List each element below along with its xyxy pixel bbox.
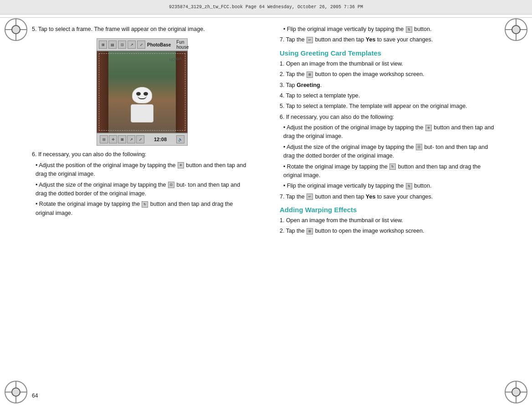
photo-container: ⊞ ▤ ⊡ ↗ ⤢ PhotoBase Fun house NOKIA	[32, 38, 252, 146]
warp-step-1: 1. Open an image from the thumbnail or l…	[280, 216, 500, 225]
left-column: 5. Tap to select a frame. The frame will…	[32, 18, 257, 238]
bottom-icon-1: ⊟	[100, 135, 108, 143]
step-7-right: 7. Tap the ↩ button and then tap Yes to …	[280, 36, 500, 44]
gc-bullet-1: • Adjust the position of the original im…	[280, 123, 500, 141]
gc-step-2: 2. Tap the ⊞ button to open the image wo…	[280, 70, 500, 79]
two-column-layout: 5. Tap to select a frame. The frame will…	[0, 18, 532, 238]
funhouse-label: Fun house	[176, 40, 189, 50]
bottom-icon-3: ⊠	[118, 135, 126, 143]
bullet-flip-right: • Flip the original image vertically by …	[280, 25, 500, 34]
pos-icon-gc: ✛	[425, 125, 432, 131]
section-greeting-heading: Using Greeting Card Templates	[280, 49, 500, 57]
toolbar-bottom: ⊟ ✛ ⊠ ↗ ⤢ 12:08 🔊	[97, 133, 188, 146]
header-text: 9235874_3129_zh_tw_FCC.book Page 64 Wedn…	[169, 5, 363, 10]
back-icon-gc: ↩	[307, 194, 313, 200]
bullet-2-left: • Adjust the size of the original image …	[32, 181, 252, 199]
main-image: NOKIA	[97, 51, 188, 133]
size-icon: ⊡	[168, 182, 174, 188]
toolbar-icon-1: ⊞	[99, 41, 107, 49]
bottom-icon-5: ⤢	[136, 135, 144, 143]
toolbar-icons-bottom: ⊟ ✛ ⊠ ↗ ⤢	[100, 135, 144, 143]
toolbar-icon-5: ⤢	[137, 41, 145, 49]
back-icon: ↩	[307, 37, 313, 43]
gc-bullet-2: • Adjust the size of the original image …	[280, 143, 500, 161]
right-column: • Flip the original image vertically by …	[275, 18, 500, 238]
corner-mark-tr	[505, 18, 527, 41]
bullet-1-left: • Adjust the position of the original im…	[32, 161, 252, 179]
flip-icon-r: ⇅	[406, 26, 412, 33]
gc-step-7: 7. Tap the ↩ button and then tap Yes to …	[280, 193, 500, 201]
bullet-3-left: • Rotate the original image by tapping t…	[32, 200, 252, 218]
toolbar-icons-top: ⊞ ▤ ⊡ ↗ ⤢	[99, 41, 145, 49]
workshop-icon-warp: ⊞	[307, 228, 313, 235]
corner-mark-br	[505, 381, 527, 403]
toolbar-top: ⊞ ▤ ⊡ ↗ ⤢ PhotoBase Fun house	[97, 38, 188, 51]
header-bar: 9235874_3129_zh_tw_FCC.book Page 64 Wedn…	[0, 0, 532, 15]
bottom-icon-6: 🔊	[176, 135, 184, 143]
page-number: 64	[32, 393, 38, 399]
rotate-icon-gc: ↻	[389, 163, 396, 170]
warp-step-2: 2. Tap the ⊞ button to open the image wo…	[280, 227, 500, 235]
bottom-icon-4: ↗	[127, 135, 135, 143]
gc-bullet-3: • Rotate the original image by tapping t…	[280, 163, 500, 180]
position-icon: ✛	[178, 162, 184, 168]
flip-icon-gc: ⇅	[406, 183, 412, 189]
size-icon-gc: ⊡	[416, 144, 422, 150]
toolbar-icon-4: ↗	[128, 41, 136, 49]
rotate-icon: ↻	[142, 201, 148, 208]
section-warping-heading: Adding Warping Effects	[280, 206, 500, 214]
corner-mark-bl	[5, 381, 27, 403]
gc-bullet-4: • Flip the original image vertically by …	[280, 182, 500, 190]
gc-step-3: 3. Tap Greeting.	[280, 81, 500, 90]
bottom-icon-2: ✛	[109, 135, 117, 143]
time-display: 12:08	[154, 137, 167, 142]
selection-border	[99, 53, 185, 131]
gc-step-6: 6. If necessary, you can also do the fol…	[280, 113, 500, 122]
step-5: 5. Tap to select a frame. The frame will…	[32, 25, 252, 34]
photobase-label: PhotoBase	[147, 42, 171, 47]
toolbar-icon-3: ⊡	[118, 41, 126, 49]
gc-step-1: 1. Open an image from the thumbnail or l…	[280, 60, 500, 68]
page-container: 9235874_3129_zh_tw_FCC.book Page 64 Wedn…	[0, 0, 532, 408]
gc-step-5: 5. Tap to select a template. The templat…	[280, 102, 500, 111]
workshop-icon-1: ⊞	[307, 71, 313, 78]
corner-mark-tl	[5, 18, 27, 41]
step-6-heading: 6. If necessary, you can also do the fol…	[32, 150, 252, 159]
toolbar-icon-2: ▤	[108, 41, 117, 49]
gc-step-4: 4. Tap to select a template type.	[280, 92, 500, 100]
